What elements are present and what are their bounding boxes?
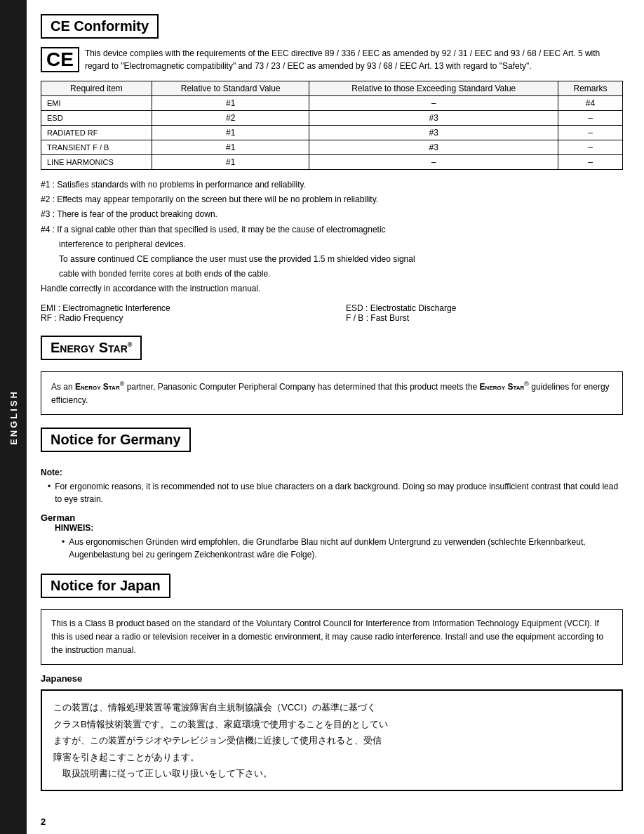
table-cell: LINE HARMONICS [41,155,152,170]
table-cell: – [558,111,623,126]
energy-box: As an Energy Star® partner, Panasonic Co… [41,371,623,415]
notes-section: #1 : Satisfies standards with no problem… [41,178,623,296]
japanese-text: この装置は、情報処理装置等電波障害自主規制協議会（VCCI）の基準に基づくクラス… [53,699,610,781]
table-cell: – [558,126,623,140]
abbrev-fb: F / B : Fast Burst [346,313,623,323]
germany-title: Notice for Germany [51,432,181,448]
energy-title-text: Energy Star [51,340,128,355]
japan-box: This is a Class B product based on the s… [41,609,623,666]
table-cell: – [558,155,623,170]
table-cell: #3 [309,126,558,140]
note-3: #3 : There is fear of the product breaki… [41,208,623,221]
table-cell: #3 [309,111,558,126]
japanese-label: Japanese [41,673,623,684]
abbrev-esd: ESD : Electrostatic Discharge [346,303,623,313]
germany-title-box: Notice for Germany [41,428,191,452]
table-cell: #1 [152,140,309,155]
abbreviations: EMI : Electromagnetic Interference RF : … [41,303,623,323]
page-wrapper: ENGLISH CE Conformity CE This device com… [0,0,644,834]
hinweis-label: HINWEIS: [55,523,623,533]
japan-section: Notice for Japan This is a Class B produ… [41,574,623,792]
page-number: 2 [41,816,46,827]
table-cell: #1 [152,155,309,170]
table-cell: RADIATED RF [41,126,152,140]
german-bullet-icon: • [62,536,65,561]
germany-note-text: For ergonomic reasons, it is recommended… [55,480,623,505]
ce-logo: CE [41,47,79,72]
bullet-icon: • [48,480,51,505]
note-2: #2 : Effects may appear temporarily on t… [41,193,623,206]
table-header-required: Required item [41,81,152,96]
table-header-exceeding: Relative to those Exceeding Standard Val… [309,81,558,96]
table-row: EMI #1 – #4 [41,96,623,111]
table-cell: – [309,155,558,170]
note-4c: To assure continued CE compliance the us… [59,253,623,266]
energy-box-text: As an Energy Star® partner, Panasonic Co… [51,379,612,407]
ce-intro: CE This device complies with the require… [41,47,623,72]
table-row: RADIATED RF #1 #3 – [41,126,623,140]
table-header-standard: Relative to Standard Value [152,81,309,96]
japan-title: Notice for Japan [51,578,161,594]
japan-box-text: This is a Class B product based on the s… [51,617,612,658]
germany-note-bullet: • For ergonomic reasons, it is recommend… [48,480,623,505]
ce-title: CE Conformity [51,18,149,34]
energy-star-inline2: Energy Star [480,382,525,392]
note-4b: interference to peripheral devices. [59,238,623,251]
table-cell: #3 [309,140,558,155]
table-cell: #2 [152,111,309,126]
germany-section: Notice for Germany Note: • For ergonomic… [41,428,623,561]
ce-section: CE Conformity CE This device complies wi… [41,14,623,323]
energy-title: Energy Star® [51,340,132,356]
sidebar: ENGLISH [0,0,27,834]
table-cell: #1 [152,96,309,111]
energy-registered: ® [128,341,133,348]
table-cell: TRANSIENT F / B [41,140,152,155]
abbrev-emi: EMI : Electromagnetic Interference [41,303,318,313]
energy-title-box: Energy Star® [41,336,142,360]
table-cell: ESD [41,111,152,126]
table-row: LINE HARMONICS #1 – – [41,155,623,170]
german-bullet: • Aus ergonomischen Gründen wird empfohl… [62,536,623,561]
table-row: ESD #2 #3 – [41,111,623,126]
table-cell: #1 [152,126,309,140]
abbrev-left: EMI : Electromagnetic Interference RF : … [41,303,318,323]
abbrev-right: ESD : Electrostatic Discharge F / B : Fa… [346,303,623,323]
standards-table: Required item Relative to Standard Value… [41,81,623,170]
japan-title-box: Notice for Japan [41,574,170,598]
energy-star-inline: Energy Star [75,382,120,392]
german-bullet-text: Aus ergonomischen Gründen wird empfohlen… [69,536,623,561]
note-handle: Handle correctly in accordance with the … [41,282,623,296]
table-header-remarks: Remarks [558,81,623,96]
table-row: TRANSIENT F / B #1 #3 – [41,140,623,155]
ce-intro-text: This device complies with the requiremen… [85,47,623,72]
table-cell: #4 [558,96,623,111]
table-cell: – [309,96,558,111]
table-cell: – [558,140,623,155]
energy-section: Energy Star® As an Energy Star® partner,… [41,336,623,415]
note-4d: cable with bonded ferrite cores at both … [59,267,623,281]
note-4a: #4 : If a signal cable other than that s… [41,223,623,237]
table-cell: EMI [41,96,152,111]
abbrev-rf: RF : Radio Frequency [41,313,318,323]
ce-title-box: CE Conformity [41,14,159,39]
note-label: Note: [41,468,623,477]
note-1: #1 : Satisfies standards with no problem… [41,178,623,192]
main-content: CE Conformity CE This device complies wi… [27,0,644,834]
german-label: German [41,512,623,523]
sidebar-label: ENGLISH [8,390,19,445]
japanese-box: この装置は、情報処理装置等電波障害自主規制協議会（VCCI）の基準に基づくクラス… [41,689,623,791]
